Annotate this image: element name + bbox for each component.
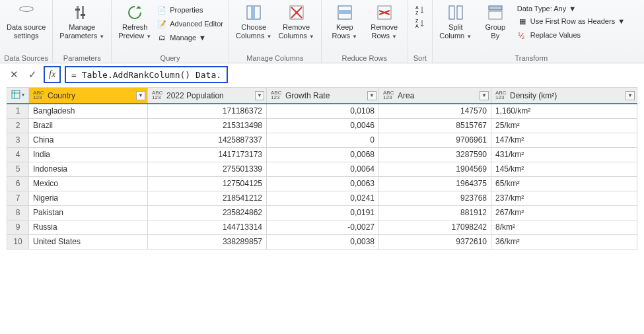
sort-desc-button[interactable]: ZA <box>413 17 427 29</box>
cell-population[interactable]: 218541212 <box>148 191 267 205</box>
cell-population[interactable]: 171186372 <box>148 104 267 118</box>
cell-country[interactable]: Mexico <box>29 176 148 191</box>
cell-population[interactable]: 144713314 <box>148 220 267 234</box>
cell-area[interactable]: 9706961 <box>379 133 491 147</box>
svg-text:A: A <box>415 24 419 28</box>
table-row[interactable]: 2Brazil2153134980,0046851576725/km² <box>7 118 637 133</box>
cell-area[interactable]: 8515767 <box>379 118 491 133</box>
table-row[interactable]: 10United States3382898570,0038937261036/… <box>7 234 637 249</box>
table-icon: ▾ <box>11 90 24 99</box>
advanced-editor-button[interactable]: 📝 Advanced Editor <box>155 18 225 30</box>
use-first-row-button[interactable]: ▦ Use First Row as Headers ▼ <box>516 15 626 27</box>
cell-area[interactable]: 17098242 <box>379 220 491 234</box>
cell-growth[interactable]: 0,0108 <box>267 104 379 118</box>
cell-country[interactable]: Nigeria <box>29 191 148 205</box>
filter-button[interactable]: ▼ <box>136 91 145 100</box>
table-corner[interactable]: ▾ <box>7 88 29 104</box>
cell-area[interactable]: 1964375 <box>379 176 491 191</box>
table-row[interactable]: 7Nigeria2185412120,0241923768237/km² <box>7 191 637 205</box>
data-type-button[interactable]: Data Type: Any ▼ <box>516 4 626 13</box>
data-source-settings-button[interactable]: Data source settings <box>4 1 48 41</box>
sort-asc-button[interactable]: AZ <box>413 4 427 16</box>
cell-population[interactable]: 1417173173 <box>148 147 267 162</box>
cell-country[interactable]: Indonesia <box>29 162 148 176</box>
group-reduce-rows: Keep Rows ▼ Remove Rows ▼ Reduce Rows <box>322 0 408 63</box>
filter-button[interactable]: ▼ <box>626 91 635 100</box>
remove-rows-button[interactable]: Remove Rows ▼ <box>365 1 404 41</box>
cell-population[interactable]: 235824862 <box>148 205 267 220</box>
cell-area[interactable]: 3287590 <box>379 147 491 162</box>
cell-population[interactable]: 215313498 <box>148 118 267 133</box>
split-column-button[interactable]: Split Column ▼ <box>437 1 475 41</box>
cell-population[interactable]: 1425887337 <box>148 133 267 147</box>
table-row[interactable]: 8Pakistan2358248620,0191881912267/km² <box>7 205 637 220</box>
filter-button[interactable]: ▼ <box>255 91 264 100</box>
svg-rect-18 <box>449 6 454 19</box>
replace-values-button[interactable]: 12 Replace Values <box>516 29 626 41</box>
column-header-density[interactable]: ABC123 Density (km²) ▼ <box>491 88 637 104</box>
choose-columns-button[interactable]: Choose Columns ▼ <box>233 1 274 41</box>
cell-country[interactable]: Russia <box>29 220 148 234</box>
cell-population[interactable]: 127504125 <box>148 176 267 191</box>
cell-growth[interactable]: 0,0046 <box>267 118 379 133</box>
cell-density[interactable]: 237/km² <box>491 191 637 205</box>
cell-area[interactable]: 147570 <box>379 104 491 118</box>
cell-area[interactable]: 923768 <box>379 191 491 205</box>
cell-country[interactable]: Bangladesh <box>29 104 148 118</box>
cell-growth[interactable]: 0 <box>267 133 379 147</box>
column-header-growth[interactable]: ABC123 Growth Rate ▼ <box>267 88 379 104</box>
cell-country[interactable]: India <box>29 147 148 162</box>
table-row[interactable]: 4India14171731730,00683287590431/km² <box>7 147 637 162</box>
cell-area[interactable]: 1904569 <box>379 162 491 176</box>
svg-rect-24 <box>12 90 20 98</box>
cell-area[interactable]: 9372610 <box>379 234 491 249</box>
row-number: 8 <box>7 205 29 220</box>
cell-population[interactable]: 338289857 <box>148 234 267 249</box>
fx-button[interactable]: fx <box>44 66 61 83</box>
cell-country[interactable]: Brazil <box>29 118 148 133</box>
cell-growth[interactable]: -0,0027 <box>267 220 379 234</box>
group-label: Sort <box>412 53 428 62</box>
manage-button[interactable]: 🗂 Manage ▼ <box>155 32 225 44</box>
cell-growth[interactable]: 0,0063 <box>267 176 379 191</box>
cell-density[interactable]: 65/km² <box>491 176 637 191</box>
table-row[interactable]: 9Russia144713314-0,0027170982428/km² <box>7 220 637 234</box>
table-row[interactable]: 5Indonesia2755013390,00641904569145/km² <box>7 162 637 176</box>
table-row[interactable]: 1Bangladesh1711863720,01081475701,160/km… <box>7 104 637 118</box>
cell-density[interactable]: 145/km² <box>491 162 637 176</box>
cell-growth[interactable]: 0,0038 <box>267 234 379 249</box>
manage-parameters-button[interactable]: Manage Parameters ▼ <box>57 1 107 41</box>
cell-growth[interactable]: 0,0191 <box>267 205 379 220</box>
cell-growth[interactable]: 0,0068 <box>267 147 379 162</box>
cell-density[interactable]: 8/km² <box>491 220 637 234</box>
cell-country[interactable]: Pakistan <box>29 205 148 220</box>
filter-button[interactable]: ▼ <box>367 91 376 100</box>
column-header-area[interactable]: ABC123 Area ▼ <box>379 88 491 104</box>
refresh-preview-button[interactable]: Refresh Preview ▼ <box>116 1 154 41</box>
cell-density[interactable]: 267/km² <box>491 205 637 220</box>
cell-density[interactable]: 147/km² <box>491 133 637 147</box>
svg-rect-0 <box>77 6 79 19</box>
cell-area[interactable]: 881912 <box>379 205 491 220</box>
cell-country[interactable]: China <box>29 133 148 147</box>
formula-input[interactable]: = Table.AddRankColumn() Data. <box>65 66 228 83</box>
cell-density[interactable]: 431/km² <box>491 147 637 162</box>
remove-columns-button[interactable]: Remove Columns ▼ <box>275 1 316 41</box>
column-header-population[interactable]: ABC123 2022 Population ▼ <box>148 88 267 104</box>
column-header-country[interactable]: ABC123 Country ▼ <box>29 88 148 104</box>
cell-growth[interactable]: 0,0064 <box>267 162 379 176</box>
table-row[interactable]: 3China142588733709706961147/km² <box>7 133 637 147</box>
cell-density[interactable]: 25/km² <box>491 118 637 133</box>
cell-density[interactable]: 1,160/km² <box>491 104 637 118</box>
accept-formula-button[interactable]: ✓ <box>25 67 40 82</box>
table-row[interactable]: 6Mexico1275041250,0063196437565/km² <box>7 176 637 191</box>
filter-button[interactable]: ▼ <box>480 91 489 100</box>
cell-population[interactable]: 275501339 <box>148 162 267 176</box>
cancel-formula-button[interactable]: ✕ <box>7 67 21 82</box>
cell-density[interactable]: 36/km² <box>491 234 637 249</box>
cell-country[interactable]: United States <box>29 234 148 249</box>
properties-button[interactable]: 📄 Properties <box>155 4 225 16</box>
cell-growth[interactable]: 0,0241 <box>267 191 379 205</box>
group-by-button[interactable]: Group By <box>476 1 515 41</box>
keep-rows-button[interactable]: Keep Rows ▼ <box>326 1 364 41</box>
